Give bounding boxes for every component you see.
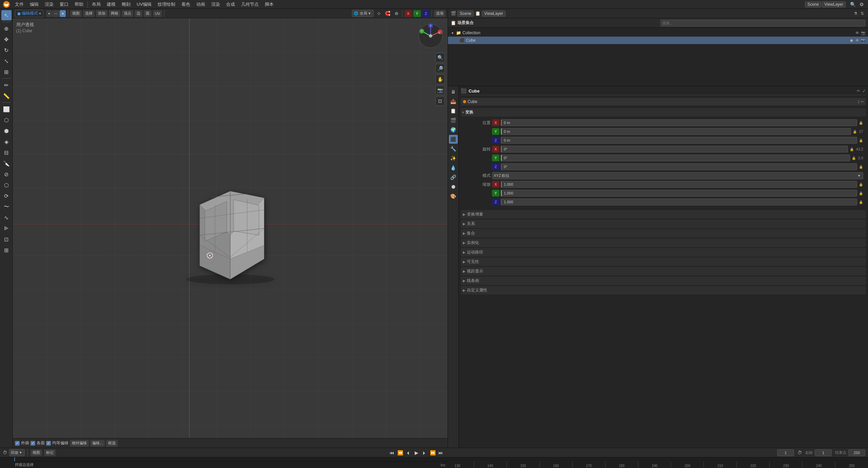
viewport-3d[interactable]: ◼ 编辑模式 ▾ ● — ■ 视图 选择 添加 网格 顶点 边 面 UV 🌐 全…	[13, 9, 448, 448]
tool-cursor[interactable]: ⊕	[1, 23, 12, 34]
settings-btn[interactable]: ⚙	[858, 1, 865, 8]
end-frame-input[interactable]: 250	[848, 449, 865, 456]
overlay-btn[interactable]: 选项	[434, 10, 446, 17]
prop-tab-constraints[interactable]: 🔗	[449, 173, 458, 182]
rot-x-field[interactable]: 0°	[501, 146, 848, 152]
menu-file[interactable]: 文件	[12, 1, 26, 8]
scene-name-label[interactable]: Scene	[457, 11, 474, 17]
loc-z-label[interactable]: Z	[492, 137, 499, 144]
rotation-mode-dropdown[interactable]: XYZ 欧拉 ▾	[492, 172, 863, 179]
rot-z-field[interactable]: 0°	[501, 163, 857, 170]
motion-paths-section[interactable]: ▶ 运动路径	[461, 248, 866, 257]
tool-bevel[interactable]: ◈	[1, 137, 12, 147]
prop-datablock[interactable]: ⬢ Cube 1 ✏	[461, 98, 866, 105]
prop-edit-btn[interactable]: ✏	[857, 88, 860, 93]
tool-scale[interactable]: ⤡	[1, 56, 12, 66]
start-frame-input[interactable]: 1	[815, 449, 832, 456]
next-frame-btn[interactable]: ⏩	[429, 449, 436, 456]
search-btn[interactable]: 🔍	[849, 1, 856, 8]
scale-y-field[interactable]: 1.000	[501, 190, 857, 197]
even-offset-toggle[interactable]	[46, 441, 51, 446]
tool-add-cube[interactable]: ⬜	[1, 104, 12, 114]
workspace-scripting[interactable]: 脚本	[262, 1, 276, 8]
prop-tab-particles[interactable]: ✨	[449, 154, 458, 163]
z-transform-btn[interactable]: Z	[422, 10, 430, 17]
tool-transform[interactable]: ⊞	[1, 67, 12, 77]
timeline-mode-dropdown[interactable]: 回放 ▾	[9, 449, 25, 456]
prop-tab-modifier[interactable]: 🔧	[449, 144, 458, 153]
prev-frame-btn[interactable]: ⏪	[396, 449, 404, 456]
rot-z-lock[interactable]: 🔒	[859, 165, 863, 169]
scale-y-label[interactable]: Y	[492, 190, 499, 197]
relative-offset-btn[interactable]: 相对偏移	[70, 440, 89, 447]
frame-selected-btn[interactable]: ⊡	[435, 96, 445, 106]
tool-poly-build[interactable]: ⬡	[1, 180, 12, 190]
vp-vertex-menu[interactable]: 顶点	[122, 10, 133, 17]
rot-x-lock[interactable]: 🔒	[849, 147, 854, 151]
relations-section[interactable]: ▶ 关系	[461, 220, 866, 228]
workspace-animation[interactable]: 动画	[194, 1, 208, 8]
scale-y-lock[interactable]: 🔒	[859, 191, 863, 195]
tool-randomize[interactable]: ∿	[1, 212, 12, 223]
menu-help[interactable]: 帮助	[72, 1, 86, 8]
scale-z-field[interactable]: 1.000	[501, 199, 857, 205]
tool-select[interactable]: ↖	[1, 10, 12, 20]
collection-vis-btn[interactable]: 👁	[854, 31, 860, 35]
vp-face-menu[interactable]: 面	[144, 10, 152, 17]
tool-extrude[interactable]: ⬡	[1, 115, 12, 125]
tool-shrink[interactable]: ⊡	[1, 234, 12, 244]
outside-toggle[interactable]	[15, 441, 20, 446]
filter-btn[interactable]: ⚗	[852, 11, 859, 17]
current-frame-display[interactable]: 1	[777, 449, 794, 456]
loc-x-label[interactable]: X	[492, 119, 499, 126]
tool-move[interactable]: ✥	[1, 34, 12, 44]
tool-inset[interactable]: ⬢	[1, 126, 12, 136]
workspace-texture[interactable]: 纹理绘制	[155, 1, 178, 8]
snap-btn[interactable]: 🧲	[384, 10, 391, 17]
loc-y-field[interactable]: 0 m	[501, 128, 851, 135]
outliner-search[interactable]	[660, 20, 866, 26]
rot-y-label[interactable]: Y	[492, 155, 499, 161]
zoom-in-btn[interactable]: 🔍	[435, 53, 445, 62]
lineart-section[interactable]: ▶ 线条画	[461, 277, 866, 285]
outliner-item-collection[interactable]: ▾ 📁 Collection 👁 📷	[448, 29, 868, 37]
workspace-uv[interactable]: UV编辑	[134, 1, 154, 8]
scale-x-field[interactable]: 1.000	[501, 181, 857, 188]
instances-section[interactable]: ▶ 实例化	[461, 239, 866, 247]
workspace-shading[interactable]: 着色	[179, 1, 193, 8]
loc-z-field[interactable]: 0 m	[501, 137, 857, 144]
timeline-view-btn[interactable]: 视图	[31, 449, 42, 456]
menu-render[interactable]: 渲染	[42, 1, 56, 8]
tool-rotate[interactable]: ↻	[1, 45, 12, 55]
prop-tab-viewlayer[interactable]: 📋	[449, 106, 458, 115]
workspace-layout[interactable]: 布局	[89, 1, 103, 8]
rot-y-field[interactable]: 0°	[501, 155, 850, 161]
viewlayer-name[interactable]: ViewLayer	[822, 1, 846, 7]
workspace-render[interactable]: 渲染	[209, 1, 223, 8]
workspace-modeling[interactable]: 建模	[104, 1, 118, 8]
edge-select-btn[interactable]: —	[52, 10, 59, 17]
scale-x-label[interactable]: X	[492, 181, 499, 188]
prop-tab-scene[interactable]: 🎬	[449, 116, 458, 125]
zoom-out-btn[interactable]: 🔎	[435, 64, 445, 73]
rot-x-label[interactable]: X	[492, 146, 499, 152]
cube-viewport[interactable]	[13, 18, 448, 438]
pan-btn[interactable]: ✋	[435, 75, 445, 84]
loc-z-lock[interactable]: 🔒	[859, 139, 863, 142]
menu-edit[interactable]: 编辑	[27, 1, 41, 8]
tool-edge-slide[interactable]: ⫸	[1, 223, 12, 233]
prop-tab-object[interactable]: ⬛	[449, 135, 458, 144]
orientation-dropdown[interactable]: 🌐 全局 ▾	[352, 10, 374, 17]
face-select-btn[interactable]: ■	[60, 10, 65, 17]
loc-x-field[interactable]: 0 m	[501, 119, 857, 126]
scale-z-lock[interactable]: 🔒	[859, 200, 863, 204]
transform-header[interactable]: ▾ 变换	[461, 108, 866, 117]
pivot-btn[interactable]: ⊹	[375, 10, 382, 17]
vp-mesh-menu[interactable]: 网格	[109, 10, 120, 17]
prop-tab-data[interactable]: ⬢	[449, 182, 458, 191]
rot-z-label[interactable]: Z	[492, 163, 499, 170]
loc-x-lock[interactable]: 🔒	[859, 121, 863, 125]
delta-transform-section[interactable]: ▶ 变换增量	[461, 210, 866, 219]
custom-props-section[interactable]: ▶ 自定义属性	[461, 286, 866, 294]
vp-uv-menu[interactable]: UV	[153, 10, 162, 17]
